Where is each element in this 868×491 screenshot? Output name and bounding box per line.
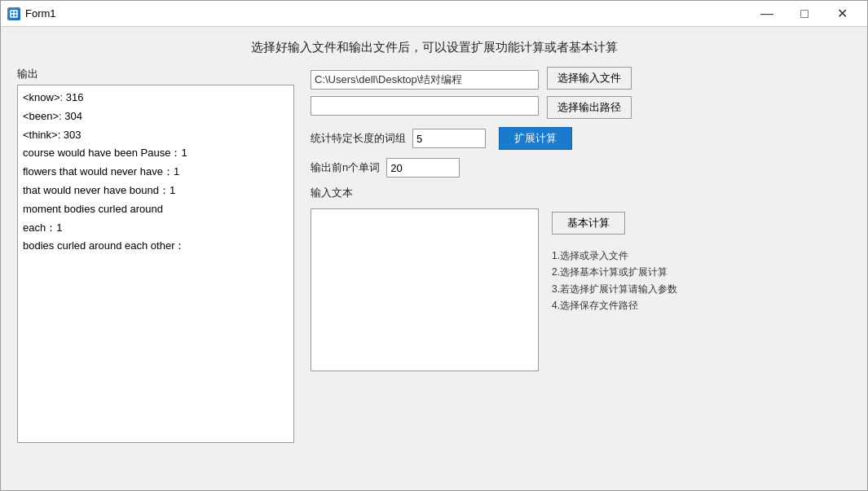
output-listbox[interactable]: <know>: 316 <been>: 304 <think>: 303 cou… — [17, 85, 294, 443]
output-path-input[interactable] — [311, 96, 539, 116]
main-area: 输出 <know>: 316 <been>: 304 <think>: 303 … — [17, 67, 851, 477]
phrase-length-row: 统计特定长度的词组 扩展计算 — [311, 127, 851, 150]
expand-button[interactable]: 扩展计算 — [499, 127, 572, 150]
select-input-button[interactable]: 选择输入文件 — [547, 67, 632, 90]
instructions: 1.选择或录入文件 2.选择基本计算或扩展计算 3.若选择扩展计算请输入参数 4… — [552, 248, 677, 314]
bottom-section: 基本计算 1.选择或录入文件 2.选择基本计算或扩展计算 3.若选择扩展计算请输… — [311, 208, 851, 371]
top-n-row: 输出前n个单词 — [311, 158, 851, 178]
instruction-line-4: 4.选择保存文件路径 — [552, 297, 677, 313]
file-path-input[interactable] — [311, 70, 539, 90]
list-item: that would never have bound：1 — [21, 182, 290, 200]
right-controls: 基本计算 1.选择或录入文件 2.选择基本计算或扩展计算 3.若选择扩展计算请输… — [552, 212, 677, 314]
select-output-button[interactable]: 选择输出路径 — [547, 96, 632, 119]
file-input-row: 选择输入文件 选择输出路径 — [311, 67, 851, 119]
text-input-label: 输入文本 — [311, 186, 353, 200]
list-item: <know>: 316 — [21, 89, 290, 107]
right-panel: 选择输入文件 选择输出路径 统计特定长度的词组 扩展计算 输出前n个单词 — [311, 67, 851, 477]
list-item: bodies curled around each other： — [21, 237, 290, 256]
file-buttons: 选择输入文件 选择输出路径 — [547, 67, 632, 119]
header-text: 选择好输入文件和输出文件后，可以设置扩展功能计算或者基本计算 — [17, 40, 851, 55]
list-item: each：1 — [21, 219, 290, 238]
output-label: 输出 — [17, 67, 294, 81]
left-panel: 输出 <know>: 316 <been>: 304 <think>: 303 … — [17, 67, 294, 477]
app-icon — [7, 7, 20, 20]
window-title: Form1 — [25, 7, 748, 20]
restore-button[interactable]: □ — [786, 2, 823, 26]
basic-button[interactable]: 基本计算 — [552, 212, 625, 235]
phrase-length-label: 统计特定长度的词组 — [311, 131, 406, 146]
list-item: <been>: 304 — [21, 107, 290, 126]
content-area: 选择好输入文件和输出文件后，可以设置扩展功能计算或者基本计算 输出 <know>… — [1, 27, 867, 490]
window-controls: — □ ✕ — [748, 2, 861, 26]
main-window: Form1 — □ ✕ 选择好输入文件和输出文件后，可以设置扩展功能计算或者基本… — [0, 0, 868, 491]
list-item: course would have been Pause：1 — [21, 144, 290, 163]
title-bar: Form1 — □ ✕ — [1, 1, 867, 27]
list-item: moment bodies curled around — [21, 200, 290, 219]
close-button[interactable]: ✕ — [823, 2, 861, 26]
top-n-label: 输出前n个单词 — [311, 160, 380, 175]
text-input-label-row: 输入文本 — [311, 186, 851, 200]
instruction-line-1: 1.选择或录入文件 — [552, 248, 677, 264]
instruction-line-3: 3.若选择扩展计算请输入参数 — [552, 281, 677, 297]
list-item: flowers that would never have：1 — [21, 163, 290, 182]
path-inputs — [311, 70, 539, 116]
top-n-input[interactable] — [386, 158, 460, 178]
phrase-length-input[interactable] — [412, 129, 486, 148]
instruction-line-2: 2.选择基本计算或扩展计算 — [552, 264, 677, 280]
text-input-area[interactable] — [311, 208, 539, 371]
list-item: <think>: 303 — [21, 126, 290, 145]
minimize-button[interactable]: — — [748, 2, 786, 26]
